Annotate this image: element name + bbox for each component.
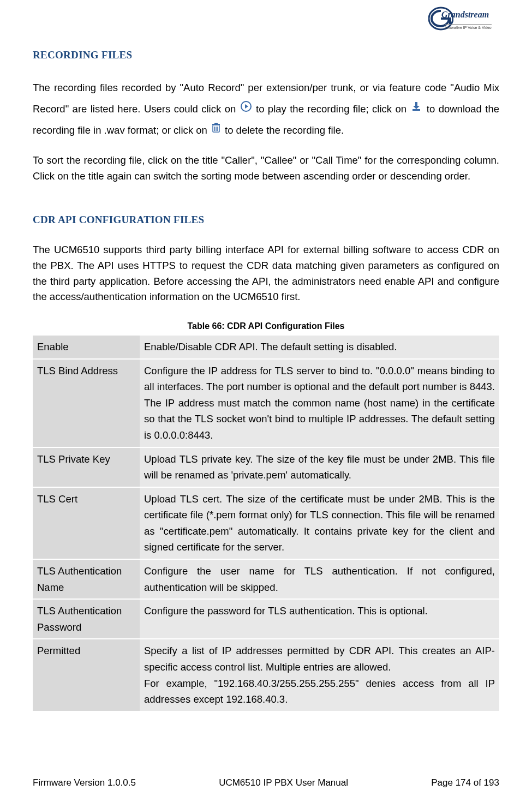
table-row: TLS CertUpload TLS cert. The size of the…	[33, 487, 499, 559]
footer-firmware: Firmware Version 1.0.0.5	[33, 777, 136, 788]
cdr-config-table: EnableEnable/Disable CDR API. The defaul…	[33, 336, 499, 711]
config-key: Enable	[33, 336, 140, 359]
config-value: Configure the password for TLS authentic…	[140, 599, 499, 639]
page-footer: Firmware Version 1.0.0.5 UCM6510 IP PBX …	[33, 777, 499, 788]
svg-rect-11	[214, 123, 218, 124]
config-value: Upload TLS cert. The size of the certifi…	[140, 487, 499, 559]
config-key: TLS Private Key	[33, 447, 140, 487]
download-icon	[411, 98, 422, 119]
svg-marker-5	[413, 106, 420, 109]
table-row: EnableEnable/Disable CDR API. The defaul…	[33, 336, 499, 359]
table-row: TLS Private KeyUpload TLS private key. T…	[33, 447, 499, 487]
table-row: TLS Authentication NameConfigure the use…	[33, 559, 499, 599]
table-row: PermittedSpecify a list of IP addresses …	[33, 639, 499, 710]
page-content: Grandstream Innovative IP Voice & Video …	[0, 0, 532, 711]
config-value: Upload TLS private key. The size of the …	[140, 447, 499, 487]
config-key: TLS Cert	[33, 487, 140, 559]
config-key: TLS Authentication Password	[33, 599, 140, 639]
text-fragment: to delete the recording file.	[225, 124, 344, 136]
recording-paragraph-1: The recording files recorded by "Auto Re…	[33, 77, 499, 142]
text-fragment: to play the recording file; click on	[256, 103, 410, 115]
svg-marker-2	[245, 104, 248, 109]
svg-rect-4	[415, 102, 417, 106]
table-row: TLS Authentication PasswordConfigure the…	[33, 599, 499, 639]
trash-icon	[211, 119, 221, 141]
section-heading-cdr-api: CDR API CONFIGURATION FILES	[33, 214, 499, 226]
table-row: TLS Bind AddressConfigure the IP address…	[33, 359, 499, 447]
config-value: Configure the user name for TLS authenti…	[140, 559, 499, 599]
config-key: Permitted	[33, 639, 140, 710]
section-heading-recording: RECORDING FILES	[33, 49, 499, 61]
config-value: Enable/Disable CDR API. The default sett…	[140, 336, 499, 359]
svg-rect-10	[212, 124, 220, 125]
config-value: Configure the IP address for TLS server …	[140, 359, 499, 447]
logo-brand-text: Grandstream	[441, 10, 489, 20]
config-key: TLS Bind Address	[33, 359, 140, 447]
footer-title: UCM6510 IP PBX User Manual	[219, 777, 348, 788]
svg-rect-3	[413, 109, 420, 111]
logo-tagline: Innovative IP Voice & Video	[445, 24, 492, 29]
config-value: Specify a list of IP addresses permitted…	[140, 639, 499, 710]
cdr-paragraph-1: The UCM6510 supports third party billing…	[33, 242, 499, 305]
table-caption: Table 66: CDR API Configuration Files	[33, 321, 499, 331]
recording-paragraph-2: To sort the recording file, click on the…	[33, 153, 499, 184]
play-icon	[241, 98, 252, 119]
config-key: TLS Authentication Name	[33, 559, 140, 599]
footer-page: Page 174 of 193	[431, 777, 499, 788]
brand-logo: Grandstream Innovative IP Voice & Video	[428, 5, 499, 35]
